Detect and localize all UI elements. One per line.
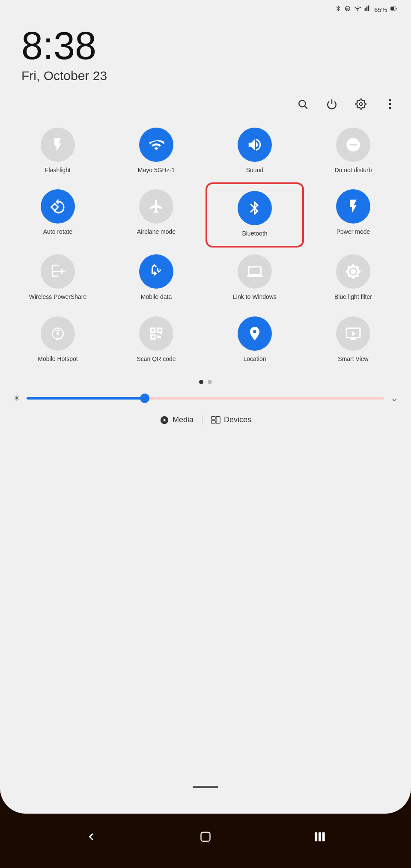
svg-rect-17	[319, 832, 321, 841]
scanqr-icon-circle	[139, 316, 173, 351]
svg-rect-12	[211, 417, 215, 419]
linktowindows-icon-circle	[238, 254, 272, 289]
svg-line-5	[305, 106, 307, 109]
brightness-expand-button[interactable]: ⌄	[390, 393, 398, 404]
page-dots	[0, 380, 411, 384]
svg-point-9	[389, 107, 391, 109]
autorotate-label: Auto rotate	[43, 228, 73, 236]
nfc-status-icon: NFC	[344, 5, 351, 14]
tile-linktowindows[interactable]: Link to Windows	[206, 248, 304, 309]
devices-label: Devices	[224, 415, 251, 424]
page-dot-2[interactable]	[208, 380, 212, 384]
wifi-status-icon	[354, 5, 361, 14]
tile-bluelightfilter[interactable]: Blue light filter	[304, 248, 402, 309]
battery-text: 65%	[374, 6, 387, 13]
svg-rect-13	[211, 421, 215, 423]
sound-icon-circle	[238, 128, 272, 162]
bluetooth-status-icon	[335, 5, 342, 14]
tile-sound[interactable]: Sound	[206, 121, 304, 182]
powermode-icon-circle	[336, 189, 370, 224]
bluelightfilter-label: Blue light filter	[334, 293, 372, 301]
tile-wifi[interactable]: Mayo 5GHz-1	[107, 121, 206, 182]
tile-smartview[interactable]: Smart View	[304, 310, 402, 371]
donotdisturb-icon-circle	[336, 128, 370, 162]
settings-button[interactable]	[353, 96, 369, 112]
mobilehotspot-icon-circle	[41, 316, 75, 351]
tile-donotdisturb[interactable]: Do not disturb	[304, 121, 402, 182]
home-button[interactable]	[200, 831, 211, 843]
smartview-label: Smart View	[338, 355, 368, 363]
tile-mobiledata[interactable]: Mobile data	[107, 248, 206, 309]
power-button[interactable]	[324, 96, 340, 112]
media-label: Media	[173, 415, 194, 424]
clock-section: 8:38 Fri, October 23	[0, 14, 411, 87]
wirelesspowershare-icon-circle	[41, 254, 75, 289]
airplanemode-label: Airplane mode	[137, 228, 176, 236]
svg-text:NFC: NFC	[345, 8, 351, 10]
brightness-icon: ☀	[13, 393, 21, 403]
media-button[interactable]: Media	[151, 415, 202, 425]
wifi-label: Mayo 5GHz-1	[138, 166, 175, 174]
search-button[interactable]	[295, 96, 311, 112]
smartview-icon-circle	[336, 316, 370, 351]
svg-rect-16	[315, 832, 317, 841]
svg-rect-18	[322, 832, 325, 841]
wifi-icon-circle	[139, 128, 173, 162]
bluetooth-label: Bluetooth	[242, 230, 267, 237]
airplanemode-icon-circle	[139, 189, 173, 224]
nav-bar	[0, 814, 411, 868]
page-dot-1[interactable]	[199, 380, 203, 384]
tile-flashlight[interactable]: Flashlight	[9, 121, 107, 182]
devices-button[interactable]: Devices	[203, 415, 260, 425]
bottom-bar: Media Devices	[0, 408, 411, 432]
flashlight-icon-circle	[41, 128, 75, 162]
svg-rect-15	[201, 832, 210, 841]
tile-scanqr[interactable]: Scan QR code	[107, 310, 206, 371]
tile-airplanemode[interactable]: Airplane mode	[107, 182, 206, 248]
more-button[interactable]	[382, 96, 398, 112]
date-display: Fri, October 23	[21, 69, 390, 83]
brightness-slider[interactable]	[27, 397, 384, 400]
scanqr-label: Scan QR code	[137, 355, 176, 363]
svg-rect-3	[391, 7, 394, 10]
tile-autorotate[interactable]: Auto rotate	[9, 182, 107, 248]
brightness-thumb[interactable]	[140, 394, 149, 403]
tile-wirelesspowershare[interactable]: Wireless PowerShare	[9, 248, 107, 309]
brightness-row: ☀ ⌄	[0, 388, 411, 408]
mobiledata-icon-circle	[139, 254, 173, 289]
svg-point-8	[389, 103, 391, 105]
wirelesspowershare-label: Wireless PowerShare	[29, 293, 87, 301]
sound-label: Sound	[246, 166, 263, 174]
flashlight-label: Flashlight	[45, 166, 71, 174]
phone-screen: NFC 65% 8:38 Fri, October 23	[0, 0, 411, 814]
location-label: Location	[244, 355, 266, 363]
location-icon-circle	[238, 316, 272, 351]
svg-point-4	[299, 100, 305, 107]
time-display: 8:38	[21, 27, 390, 65]
battery-icon	[390, 5, 398, 14]
tile-mobilehotspot[interactable]: Mobile Hotspot	[9, 310, 107, 371]
recents-button[interactable]	[314, 831, 326, 843]
linktowindows-label: Link to Windows	[233, 293, 277, 301]
toolbar	[0, 87, 411, 116]
tile-bluetooth[interactable]: Bluetooth	[206, 182, 304, 248]
powermode-label: Power mode	[337, 228, 370, 236]
mobiledata-label: Mobile data	[141, 293, 172, 301]
svg-point-6	[360, 103, 363, 106]
bluetooth-icon-circle	[238, 191, 272, 225]
home-indicator	[193, 786, 218, 788]
tile-location[interactable]: Location	[206, 310, 304, 371]
signal-status-icon	[364, 5, 372, 14]
bluelightfilter-icon-circle	[336, 254, 370, 289]
tile-powermode[interactable]: Power mode	[304, 182, 402, 248]
autorotate-icon-circle	[41, 189, 75, 224]
donotdisturb-label: Do not disturb	[334, 166, 372, 174]
status-icons: NFC 65%	[335, 5, 398, 14]
back-button[interactable]	[85, 831, 97, 843]
mobilehotspot-label: Mobile Hotspot	[38, 355, 77, 363]
svg-point-7	[389, 99, 391, 101]
status-bar: NFC 65%	[0, 0, 411, 14]
quick-tiles: Flashlight Mayo 5GHz-1 Sound Do not dist…	[0, 116, 411, 376]
svg-rect-14	[216, 417, 220, 424]
